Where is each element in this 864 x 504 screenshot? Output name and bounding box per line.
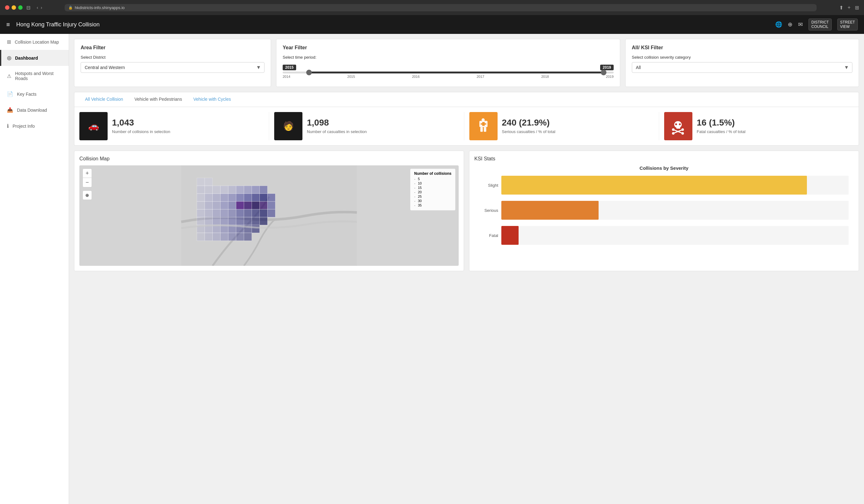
zoom-out-button[interactable]: −: [83, 178, 92, 187]
tab-all-vehicle[interactable]: All Vehicle Collision: [80, 92, 129, 107]
slider-thumb-right[interactable]: [601, 70, 607, 75]
serious-icon-box: [469, 112, 497, 140]
tabs-section: All Vehicle Collision Vehicle with Pedes…: [74, 92, 859, 146]
sidebar-label-data-download: Data Download: [17, 108, 47, 113]
sidebar-item-project-info[interactable]: ℹ Project Info: [0, 118, 69, 134]
ksi-filter-card: All/ KSI Filter Select collision severit…: [625, 39, 859, 87]
district-select-wrapper: Central and Western Wan Chai Eastern Sou…: [81, 62, 264, 73]
svg-point-19: [681, 128, 684, 131]
svg-rect-58: [228, 209, 236, 217]
svg-rect-49: [213, 202, 220, 209]
svg-rect-71: [252, 217, 260, 225]
app: ≡ Hong Kong Traffic Injury Collision 🌐 ⊕…: [0, 15, 864, 504]
github-icon[interactable]: ⊕: [788, 21, 792, 28]
legend-title: Number of collisions: [414, 171, 452, 176]
district-select[interactable]: Central and Western Wan Chai Eastern Sou…: [81, 62, 264, 72]
share-icon[interactable]: ⬆: [839, 5, 843, 11]
sidebar-item-data-download[interactable]: 📥 Data Download: [0, 102, 69, 118]
topbar-icons: 🌐 ⊕ ✉ DISTRICTCOUNCIL STREETVIEW: [775, 19, 858, 31]
collision-map: + − ⊕ Number of collisions - 5: [80, 165, 459, 266]
slider-thumb-left[interactable]: [306, 70, 312, 75]
svg-rect-8: [480, 127, 483, 132]
back-button[interactable]: ‹: [37, 5, 38, 10]
car-crash-icon: 🚗: [85, 118, 102, 135]
legend-value-35: 35: [418, 203, 422, 207]
sidebar-item-hotspots[interactable]: ⚠ Hotspots and Worst Roads: [0, 66, 69, 86]
grid-icon[interactable]: ⊞: [855, 5, 859, 11]
severity-bar-chart: Slight Serious Fatal: [475, 176, 854, 245]
year-tick-2014: 2014: [283, 75, 290, 79]
mail-icon[interactable]: ✉: [798, 21, 803, 28]
new-tab-icon[interactable]: +: [848, 5, 851, 11]
browser-chrome: ⊟ ‹ › 🔒 hkdistricts-info.shinyapps.io ⬆ …: [0, 0, 864, 15]
svg-rect-27: [213, 186, 220, 194]
map-panel: Collision Map: [74, 151, 464, 271]
legend-item-30: - 30: [414, 199, 452, 203]
district-label: Select District: [81, 55, 264, 60]
forward-button[interactable]: ›: [41, 5, 43, 10]
download-icon: 📥: [7, 107, 13, 113]
legend-value-10: 10: [418, 181, 422, 185]
svg-rect-52: [260, 202, 268, 209]
year-filter-title: Year Filter: [283, 45, 614, 50]
minimize-button[interactable]: [12, 5, 16, 10]
sidebar-item-key-facts[interactable]: 📄 Key Facts: [0, 86, 69, 102]
svg-rect-82: [205, 233, 213, 241]
main-layout: ⊞ Collision Location Map ◎ Dashboard ⚠ H…: [0, 34, 864, 504]
sidebar-label-hotspots: Hotspots and Worst Roads: [15, 71, 63, 81]
maximize-button[interactable]: [18, 5, 23, 10]
severity-label: Select collision severity category: [632, 55, 852, 60]
globe-icon[interactable]: 🌐: [775, 21, 782, 28]
chart-title: Collisions by Severity: [475, 165, 854, 171]
svg-rect-36: [213, 194, 220, 202]
close-button[interactable]: [5, 5, 9, 10]
sidebar-item-collision-map[interactable]: ⊞ Collision Location Map: [0, 34, 69, 50]
svg-rect-28: [220, 186, 228, 194]
severity-select[interactable]: All KSI Only Slight Serious Fatal: [632, 62, 852, 72]
svg-rect-84: [220, 233, 228, 241]
svg-rect-61: [252, 209, 260, 217]
chart-panel: KSI Stats Collisions by Severity Slight …: [469, 151, 859, 271]
legend-item-15: - 15: [414, 186, 452, 190]
hamburger-menu[interactable]: ≡: [6, 21, 10, 28]
stat-card-fatal: 16 (1.5%) Fatal casualties / % of total: [664, 112, 854, 140]
sidebar-label-collision-map: Collision Location Map: [15, 39, 59, 45]
collisions-icon-box: 🚗: [80, 112, 108, 140]
svg-rect-60: [244, 209, 252, 217]
svg-rect-83: [213, 233, 220, 241]
legend-value-25: 25: [418, 194, 422, 198]
map-legend: Number of collisions - 5 - 10 -: [410, 169, 456, 211]
svg-rect-47: [197, 202, 205, 209]
bar-label-fatal: Fatal: [479, 233, 498, 238]
dashboard-icon: ◎: [7, 55, 11, 61]
svg-rect-30: [236, 186, 244, 194]
map-layers-button[interactable]: ⊕: [83, 191, 92, 200]
stat-card-serious: 240 (21.9%) Serious casualties / % of to…: [469, 112, 659, 140]
bottom-panels: Collision Map: [74, 151, 859, 271]
fatal-icon-box: [664, 112, 692, 140]
svg-rect-70: [244, 217, 252, 225]
sidebar: ⊞ Collision Location Map ◎ Dashboard ⚠ H…: [0, 34, 69, 504]
legend-item-35: - 35: [414, 203, 452, 207]
svg-rect-42: [260, 194, 268, 202]
year-slider-track[interactable]: [283, 72, 614, 73]
year-tick-2016: 2016: [412, 75, 419, 79]
address-bar[interactable]: 🔒 hkdistricts-info.shinyapps.io: [64, 4, 816, 11]
content-area: Area Filter Select District Central and …: [69, 34, 864, 504]
tab-cycles[interactable]: Vehicle with Cycles: [188, 92, 237, 107]
svg-rect-26: [205, 186, 213, 194]
tab-pedestrians[interactable]: Vehicle with Pedestrians: [129, 92, 188, 107]
svg-rect-29: [228, 186, 236, 194]
fatal-casualty-icon: [670, 118, 687, 135]
zoom-in-button[interactable]: +: [83, 169, 92, 178]
area-filter-card: Area Filter Select District Central and …: [74, 39, 271, 87]
sidebar-item-dashboard[interactable]: ◎ Dashboard: [0, 50, 69, 66]
bar-fill-slight: [501, 176, 807, 194]
legend-value-30: 30: [418, 199, 422, 203]
sidebar-toggle[interactable]: ⊟: [26, 5, 31, 11]
district-council-button[interactable]: DISTRICTCOUNCIL: [808, 19, 831, 31]
svg-rect-59: [236, 209, 244, 217]
map-svg: [80, 165, 459, 266]
stat-card-casualties: 🧑 1,098 Number of casualties in selectio…: [274, 112, 464, 140]
street-view-button[interactable]: STREETVIEW: [837, 19, 858, 31]
